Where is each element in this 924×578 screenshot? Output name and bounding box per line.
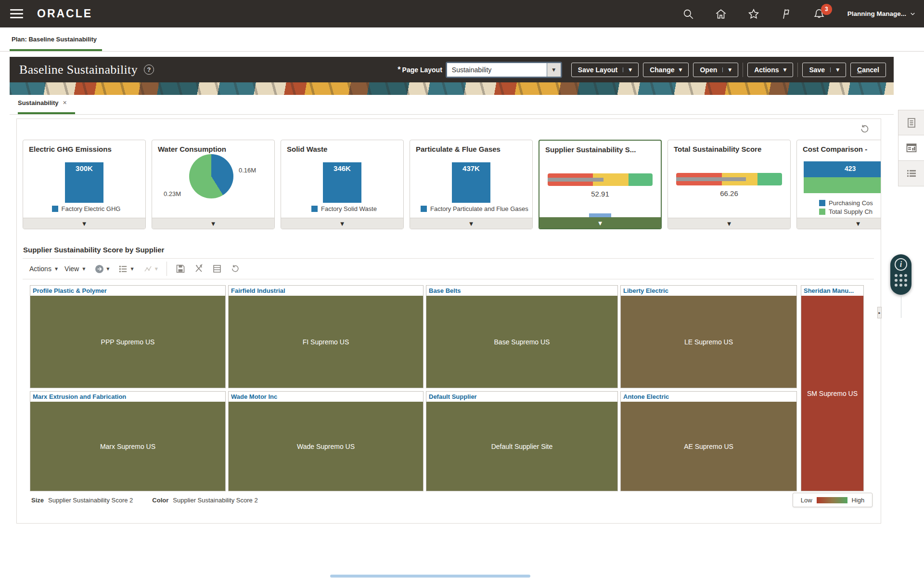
page-layout-value[interactable]: Sustainability bbox=[447, 63, 547, 77]
view-menu-label: View bbox=[64, 265, 79, 273]
manage-tools-icon[interactable] bbox=[194, 264, 204, 274]
treemap-tile-link[interactable]: Antone Electric bbox=[621, 392, 796, 402]
tile-expand-button[interactable]: ▼ bbox=[410, 218, 532, 229]
notifications-bell-icon[interactable]: 3 bbox=[813, 8, 825, 20]
save-layout-dropdown-icon[interactable]: ▼ bbox=[623, 67, 632, 72]
grid-dots-icon[interactable] bbox=[890, 274, 911, 287]
home-icon[interactable] bbox=[715, 8, 727, 20]
treemap-tile-link[interactable]: Wade Motor Inc bbox=[229, 392, 423, 402]
toolbar-view-menu[interactable]: View▼ bbox=[64, 265, 85, 273]
hbar-total-supply-chain bbox=[804, 177, 881, 193]
treemap-tile-link[interactable]: Marx Extrusion and Fabrication bbox=[30, 392, 225, 402]
actions-dropdown-icon[interactable]: ▼ bbox=[783, 67, 787, 72]
tile-legend: Factory Solid Waste bbox=[285, 205, 403, 212]
document-view-button[interactable] bbox=[898, 110, 924, 135]
treemap-tile-body[interactable]: LE Supremo US bbox=[621, 296, 796, 388]
treemap-tile-liberty-electric[interactable]: Liberty Electric LE Supremo US bbox=[620, 285, 797, 388]
treemap-tile-body[interactable]: AE Supremo US bbox=[621, 402, 796, 491]
page-layout-dropdown-icon[interactable]: ▼ bbox=[547, 63, 561, 77]
treemap-tile-marx[interactable]: Marx Extrusion and Fabrication Marx Supr… bbox=[30, 391, 226, 491]
treemap-tile-body[interactable]: PPP Supremo US bbox=[30, 296, 225, 388]
cancel-button[interactable]: Cancel bbox=[850, 63, 886, 77]
page-layout-select[interactable]: Sustainability ▼ bbox=[447, 63, 561, 77]
search-icon[interactable] bbox=[682, 8, 694, 20]
tab-rule bbox=[10, 114, 894, 115]
refresh-treemap-icon[interactable] bbox=[231, 264, 240, 274]
treemap-tile-body[interactable]: Default Supplier Site bbox=[426, 402, 617, 491]
help-icon[interactable]: ? bbox=[144, 65, 154, 75]
treemap-tile-body[interactable]: Wade Supremo US bbox=[229, 402, 423, 491]
plan-tab[interactable]: Plan: Baseline Sustainability bbox=[10, 27, 99, 51]
drill-go-icon[interactable]: ▼ bbox=[95, 264, 109, 274]
treemap-tile-link[interactable]: Profile Plastic & Polymer bbox=[30, 286, 225, 296]
flag-watchlist-icon[interactable] bbox=[780, 8, 793, 20]
treemap-tile-link[interactable]: Default Supplier bbox=[426, 392, 617, 402]
gauge-value: 52.91 bbox=[539, 190, 661, 198]
info-icon[interactable]: i bbox=[895, 258, 907, 271]
treemap-tile-wade-motor[interactable]: Wade Motor Inc Wade Supremo US bbox=[228, 391, 424, 491]
treemap-tile-profile-plastic[interactable]: Profile Plastic & Polymer PPP Supremo US bbox=[30, 285, 226, 388]
save-dropdown-icon[interactable]: ▼ bbox=[830, 67, 839, 72]
treemap-tile-body[interactable]: Marx Supremo US bbox=[30, 402, 225, 491]
treemap-tile-link[interactable]: Liberty Electric bbox=[621, 286, 796, 296]
change-dropdown-icon[interactable]: ▼ bbox=[679, 67, 682, 72]
open-dropdown-icon[interactable]: ▼ bbox=[722, 67, 732, 72]
treemap-tile-default-supplier[interactable]: Default Supplier Default Supplier Site bbox=[426, 391, 618, 491]
tile-total-sustainability-score[interactable]: Total Sustainability Score 66.26 ▼ bbox=[667, 140, 791, 229]
treemap-tile-antone-electric[interactable]: Antone Electric AE Supremo US bbox=[620, 391, 797, 491]
decorative-banner bbox=[10, 82, 894, 95]
tile-electric-ghg[interactable]: Electric GHG Emissions 300K Factory Elec… bbox=[23, 140, 146, 229]
save-view-icon[interactable] bbox=[176, 264, 185, 274]
treemap-tile-link[interactable]: Fairfield Industrial bbox=[229, 286, 423, 296]
tile-particulate-flue-gases[interactable]: Particulate & Flue Gases 437K Factory Pa… bbox=[410, 140, 533, 229]
treemap-tile-body[interactable]: FI Supremo US bbox=[229, 296, 423, 388]
treemap-tile-sheridan[interactable]: Sheridan Manu... SM Supremo US bbox=[801, 285, 864, 491]
tab-close-icon[interactable]: × bbox=[63, 99, 67, 106]
tile-title: Cost Comparison - bbox=[797, 140, 881, 153]
tile-water-consumption[interactable]: Water Consumption 0.16M 0.23M ▼ bbox=[152, 140, 275, 229]
treemap-tile-link[interactable]: Sheridan Manu... bbox=[801, 286, 863, 296]
tile-expand-button[interactable]: ▼ bbox=[668, 218, 790, 229]
treemap-tile-fairfield[interactable]: Fairfield Industrial FI Supremo US bbox=[228, 285, 424, 388]
treemap-tile-body[interactable]: Base Supremo US bbox=[426, 296, 617, 388]
actions-button[interactable]: Actions ▼ bbox=[747, 63, 793, 77]
user-menu[interactable]: Planning Manage... bbox=[847, 10, 916, 17]
toolbar-actions-menu[interactable]: Actions▼ bbox=[29, 265, 58, 273]
refresh-tiles-icon[interactable] bbox=[860, 124, 870, 134]
tile-expand-button[interactable]: ▼ bbox=[539, 217, 661, 228]
tile-expand-button[interactable]: ▼ bbox=[23, 218, 145, 229]
infotile-view-button[interactable] bbox=[898, 135, 924, 161]
scale-low-label: Low bbox=[801, 497, 812, 504]
bar-factory-electric-ghg: 300K bbox=[65, 162, 103, 203]
save-button[interactable]: Save ▼ bbox=[802, 63, 846, 77]
treemap-site-label: FI Supremo US bbox=[303, 338, 349, 346]
tile-expand-button[interactable]: ▼ bbox=[797, 218, 881, 229]
change-button[interactable]: Change ▼ bbox=[643, 63, 689, 77]
treemap-toolbar: Actions▼ View▼ ▼ ▼ ▼ bbox=[23, 258, 874, 279]
tile-solid-waste[interactable]: Solid Waste 346K Factory Solid Waste ▼ bbox=[281, 140, 404, 229]
tile-title: Solid Waste bbox=[281, 140, 403, 153]
levels-format-icon[interactable]: ▼ bbox=[119, 264, 133, 274]
tile-expand-button[interactable]: ▼ bbox=[152, 218, 274, 229]
treemap-tile-base-belts[interactable]: Base Belts Base Supremo US bbox=[426, 285, 618, 388]
list-view-button[interactable] bbox=[898, 161, 924, 186]
favorites-star-icon[interactable] bbox=[747, 8, 760, 20]
assistance-widget[interactable]: i bbox=[890, 254, 911, 295]
horizontal-scrollbar-thumb[interactable] bbox=[330, 575, 530, 578]
tile-expand-button[interactable]: ▼ bbox=[281, 218, 403, 229]
panel-splitter-handle[interactable]: ▸ bbox=[877, 307, 882, 318]
tab-sustainability[interactable]: Sustainability × bbox=[18, 99, 67, 106]
tile-supplier-sustainability-score[interactable]: Supplier Sustainability S... 52.91 ▼ bbox=[539, 140, 662, 229]
hamburger-menu-icon[interactable] bbox=[10, 9, 23, 18]
open-button[interactable]: Open ▼ bbox=[693, 63, 738, 77]
tile-cost-comparison[interactable]: Cost Comparison - 423 Purchasing Cos Tot… bbox=[796, 140, 881, 229]
bar-factory-particulate: 437K bbox=[452, 162, 490, 203]
treemap-site-label: Wade Supremo US bbox=[297, 443, 355, 450]
save-layout-button[interactable]: Save Layout ▼ bbox=[571, 63, 639, 77]
treemap-tile-link[interactable]: Base Belts bbox=[426, 286, 617, 296]
table-view-icon[interactable] bbox=[212, 264, 222, 274]
document-icon bbox=[906, 117, 917, 129]
pie-chart bbox=[189, 154, 233, 198]
treemap-tile-body[interactable]: SM Supremo US bbox=[801, 296, 863, 491]
gauge-green-segment bbox=[757, 173, 782, 185]
